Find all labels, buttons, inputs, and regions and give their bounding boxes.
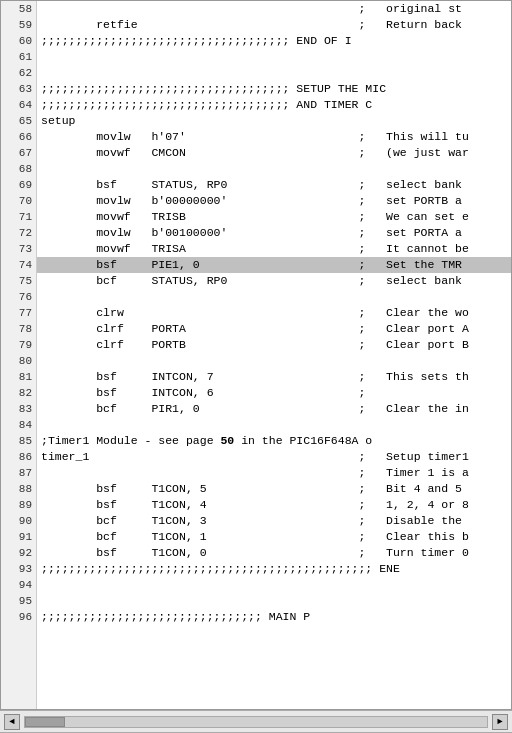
code-line [37,65,511,81]
line-number: 59 [1,17,36,33]
code-line [37,593,511,609]
line-number: 75 [1,273,36,289]
code-line: ;;;;;;;;;;;;;;;;;;;;;;;;;;;;;;;; MAIN P [37,609,511,625]
line-number: 76 [1,289,36,305]
line-number: 86 [1,449,36,465]
code-line: movlw h'07' ; This will tu [37,129,511,145]
code-line: movlw b'00100000' ; set PORTA a [37,225,511,241]
code-line: bsf INTCON, 7 ; This sets th [37,369,511,385]
code-line: clrw ; Clear the wo [37,305,511,321]
code-line: bcf T1CON, 3 ; Disable the [37,513,511,529]
bold-number: 50 [220,434,234,447]
horizontal-scrollbar[interactable]: ◄ ► [0,710,512,732]
line-number: 74 [1,257,36,273]
code-line: bsf INTCON, 6 ; [37,385,511,401]
line-number: 90 [1,513,36,529]
line-number: 80 [1,353,36,369]
code-line: retfie ; Return back [37,17,511,33]
code-line: bsf PIE1, 0 ; Set the TMR [37,257,511,273]
code-content[interactable]: ; original st retfie ; Return back;;;;;;… [37,1,511,709]
scroll-thumb[interactable] [25,717,65,727]
line-number: 79 [1,337,36,353]
line-number: 63 [1,81,36,97]
line-number: 73 [1,241,36,257]
code-line [37,417,511,433]
line-number: 93 [1,561,36,577]
code-line: bsf STATUS, RP0 ; select bank [37,177,511,193]
line-number: 64 [1,97,36,113]
line-numbers: 5859606162636465666768697071727374757677… [1,1,37,709]
line-number: 91 [1,529,36,545]
code-line [37,161,511,177]
line-number: 69 [1,177,36,193]
line-number: 94 [1,577,36,593]
line-number: 62 [1,65,36,81]
code-line [37,49,511,65]
code-line: clrf PORTB ; Clear port B [37,337,511,353]
code-line: ;;;;;;;;;;;;;;;;;;;;;;;;;;;;;;;;;;;; AND… [37,97,511,113]
line-number: 71 [1,209,36,225]
line-number: 58 [1,1,36,17]
line-number: 66 [1,129,36,145]
code-line: bsf T1CON, 0 ; Turn timer 0 [37,545,511,561]
scroll-left-button[interactable]: ◄ [4,714,20,730]
scroll-track[interactable] [24,716,488,728]
line-number: 83 [1,401,36,417]
code-line: bcf STATUS, RP0 ; select bank [37,273,511,289]
line-number: 70 [1,193,36,209]
line-number: 89 [1,497,36,513]
code-line: clrf PORTA ; Clear port A [37,321,511,337]
code-line: ;Timer1 Module - see page 50 in the PIC1… [37,433,511,449]
code-line: ; Timer 1 is a [37,465,511,481]
line-number: 67 [1,145,36,161]
code-area: 5859606162636465666768697071727374757677… [1,1,511,709]
line-number: 84 [1,417,36,433]
code-line: ; original st [37,1,511,17]
line-number: 68 [1,161,36,177]
line-number: 92 [1,545,36,561]
line-number: 95 [1,593,36,609]
code-line: bsf T1CON, 4 ; 1, 2, 4 or 8 [37,497,511,513]
code-line: ;;;;;;;;;;;;;;;;;;;;;;;;;;;;;;;;;;;; END… [37,33,511,49]
code-line: movwf CMCON ; (we just war [37,145,511,161]
code-line [37,289,511,305]
code-line: movlw b'00000000' ; set PORTB a [37,193,511,209]
line-number: 81 [1,369,36,385]
line-number: 61 [1,49,36,65]
code-line: setup [37,113,511,129]
code-line: bsf T1CON, 5 ; Bit 4 and 5 [37,481,511,497]
code-line: movwf TRISB ; We can set e [37,209,511,225]
line-number: 85 [1,433,36,449]
line-number: 77 [1,305,36,321]
editor-container: 5859606162636465666768697071727374757677… [0,0,512,710]
line-number: 82 [1,385,36,401]
line-number: 78 [1,321,36,337]
line-number: 60 [1,33,36,49]
scroll-right-button[interactable]: ► [492,714,508,730]
code-line [37,577,511,593]
code-line: bcf T1CON, 1 ; Clear this b [37,529,511,545]
line-number: 87 [1,465,36,481]
code-line: movwf TRISA ; It cannot be [37,241,511,257]
line-number: 65 [1,113,36,129]
code-line: timer_1 ; Setup timer1 [37,449,511,465]
line-number: 72 [1,225,36,241]
code-line: bcf PIR1, 0 ; Clear the in [37,401,511,417]
code-line: ;;;;;;;;;;;;;;;;;;;;;;;;;;;;;;;;;;;;;;;;… [37,561,511,577]
line-number: 88 [1,481,36,497]
line-number: 96 [1,609,36,625]
code-line: ;;;;;;;;;;;;;;;;;;;;;;;;;;;;;;;;;;;; SET… [37,81,511,97]
code-line [37,353,511,369]
